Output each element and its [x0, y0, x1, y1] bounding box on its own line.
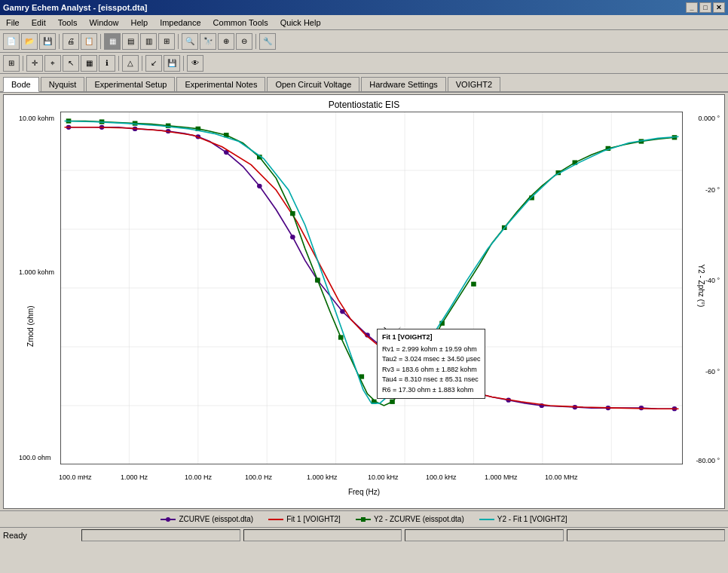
- menu-bar: File Edit Tools Window Help Impedance Co…: [0, 15, 728, 30]
- tb2-info[interactable]: ℹ: [99, 55, 115, 72]
- xlabel: Freq (Hz): [348, 488, 380, 496]
- tb-chart3[interactable]: ▥: [140, 33, 157, 50]
- xaxis-3: 100.0 Hz: [245, 473, 272, 481]
- status-panel-4: [567, 529, 726, 541]
- xaxis-6: 100.0 kHz: [426, 473, 457, 481]
- menu-quick-help[interactable]: Quick Help: [276, 17, 326, 29]
- menu-tools[interactable]: Tools: [54, 17, 82, 29]
- sep2: [100, 34, 101, 49]
- status-text: Ready: [3, 531, 78, 540]
- sep5: [23, 56, 23, 71]
- legend-zcurve-label: ZCURVE (eisspot.dta): [179, 515, 253, 523]
- xaxis-8: 10.00 MHz: [545, 473, 578, 481]
- xaxis-1: 1.000 Hz: [121, 473, 148, 481]
- status-panel-1: [81, 529, 240, 541]
- tb2-select[interactable]: ▦: [81, 55, 97, 72]
- tab-nyquist[interactable]: Nyquist: [41, 77, 85, 91]
- tb2-import[interactable]: ↙: [145, 55, 162, 72]
- legend-fit1: Fit 1 [VOIGHT2]: [268, 515, 341, 523]
- data-tooltip: Fit 1 [VOIGHT2] Rv1 = 2.999 kohm ± 19.59…: [377, 329, 485, 399]
- tb2-export[interactable]: 💾: [164, 55, 180, 72]
- tb2-cursor[interactable]: ↖: [63, 55, 79, 72]
- legend-y2-fit1-label: Y2 - Fit 1 [VOIGHT2]: [497, 515, 567, 523]
- maximize-btn[interactable]: □: [699, 2, 711, 13]
- status-panel-2: [243, 529, 402, 541]
- toolbar-2: ⊞ ✛ ⌖ ↖ ▦ ℹ △ ↙ 💾 👁: [0, 53, 728, 74]
- menu-window[interactable]: Window: [84, 17, 123, 29]
- svg-rect-42: [290, 211, 295, 216]
- yaxis-left-bot: 100.0 ohm: [19, 454, 51, 461]
- legend-y2-zcurve: Y2 - ZCURVE (eisspot.dta): [356, 515, 464, 523]
- yaxis-right-40: -40 °: [705, 277, 720, 284]
- tb-copy[interactable]: 📋: [81, 33, 97, 50]
- svg-point-21: [257, 184, 262, 188]
- yaxis-left-top: 10.00 kohm: [19, 115, 54, 122]
- svg-rect-44: [338, 335, 344, 339]
- xaxis-4: 1.000 kHz: [307, 473, 338, 481]
- sep7: [142, 56, 142, 71]
- menu-common-tools[interactable]: Common Tools: [209, 17, 273, 29]
- sep3: [178, 34, 179, 49]
- close-btn[interactable]: ✕: [713, 2, 725, 13]
- tb-settings[interactable]: 🔧: [259, 33, 276, 50]
- tb2-crosshair[interactable]: ✛: [26, 55, 43, 72]
- window-controls: _ □ ✕: [686, 2, 725, 13]
- xaxis-2: 10.00 Hz: [185, 473, 212, 481]
- tb-print[interactable]: 🖨: [63, 33, 79, 50]
- status-panel-3: [405, 529, 564, 541]
- menu-impedance[interactable]: Impedance: [155, 17, 205, 29]
- tooltip-line-0: Rv1 = 2.999 kohm ± 19.59 ohm: [382, 345, 480, 355]
- tab-exp-setup[interactable]: Experimental Setup: [86, 77, 175, 91]
- yaxis-right-80: -80.00 °: [696, 457, 720, 464]
- toolbar-1: 📄 📂 💾 🖨 📋 ▦ ▤ ▥ ⊞ 🔍 🔭 ⊕ ⊖ 🔧: [0, 30, 728, 53]
- yaxis-right-0: 0.000 °: [698, 115, 720, 122]
- tab-hw-settings[interactable]: Hardware Settings: [361, 77, 446, 91]
- title-bar: Gamry Echem Analyst - [eisspot.dta] _ □ …: [0, 0, 728, 15]
- tb-zoom1[interactable]: 🔍: [182, 33, 198, 50]
- menu-file[interactable]: File: [2, 17, 24, 29]
- svg-rect-64: [361, 517, 366, 522]
- graph-area: Potentiostatic EIS Zmod (ohm) Y2 - Zphz …: [3, 94, 725, 509]
- xaxis-0: 100.0 mHz: [59, 473, 92, 481]
- tb-save[interactable]: 💾: [39, 33, 56, 50]
- tb-zoom3[interactable]: ⊕: [218, 33, 234, 50]
- tb-open[interactable]: 📂: [21, 33, 38, 50]
- tb2-measure[interactable]: ⌖: [44, 55, 61, 72]
- tooltip-line-1: Tau2 = 3.024 msec ± 34.50 µsec: [382, 354, 480, 365]
- minimize-btn[interactable]: _: [686, 2, 698, 13]
- sep4: [255, 34, 256, 49]
- tab-bode[interactable]: Bode: [3, 77, 39, 92]
- ylabel-left: Zmod (ohm): [26, 306, 35, 347]
- sep8: [183, 56, 184, 71]
- tb-zoom4[interactable]: ⊖: [236, 33, 252, 50]
- tab-exp-notes[interactable]: Experimental Notes: [176, 77, 265, 91]
- svg-rect-45: [359, 374, 364, 378]
- svg-rect-43: [315, 277, 320, 282]
- tab-open-circuit[interactable]: Open Circuit Voltage: [267, 77, 359, 91]
- menu-help[interactable]: Help: [127, 17, 153, 29]
- legend-y2-fit1: Y2 - Fit 1 [VOIGHT2]: [479, 515, 567, 523]
- tooltip-line-2: Rv3 = 183.6 ohm ± 1.882 kohm: [382, 365, 480, 375]
- tb-chart4[interactable]: ⊞: [158, 33, 175, 50]
- tb-chart1[interactable]: ▦: [104, 33, 121, 50]
- tb2-triangle[interactable]: △: [122, 55, 139, 72]
- legend-zcurve: ZCURVE (eisspot.dta): [161, 515, 253, 523]
- tb2-eye[interactable]: 👁: [187, 55, 203, 72]
- sep6: [118, 56, 119, 71]
- tb2-grid[interactable]: ⊞: [3, 55, 20, 72]
- yaxis-left-mid: 1.000 kohm: [19, 268, 54, 276]
- svg-rect-47: [390, 400, 395, 404]
- svg-point-22: [290, 234, 295, 239]
- tab-voight2[interactable]: VOIGHT2: [448, 77, 500, 91]
- window-title: Gamry Echem Analyst - [eisspot.dta]: [3, 3, 148, 12]
- tb-new[interactable]: 📄: [3, 33, 20, 50]
- tb-chart2[interactable]: ▤: [122, 33, 139, 50]
- status-bar: Ready: [0, 527, 728, 542]
- tb-zoom2[interactable]: 🔭: [200, 33, 216, 50]
- xaxis-5: 10.00 kHz: [368, 473, 399, 481]
- svg-rect-50: [471, 282, 476, 286]
- menu-edit[interactable]: Edit: [27, 17, 50, 29]
- legend-fit1-label: Fit 1 [VOIGHT2]: [286, 515, 341, 523]
- legend-y2-zcurve-label: Y2 - ZCURVE (eisspot.dta): [374, 515, 464, 523]
- tooltip-title: Fit 1 [VOIGHT2]: [382, 332, 480, 343]
